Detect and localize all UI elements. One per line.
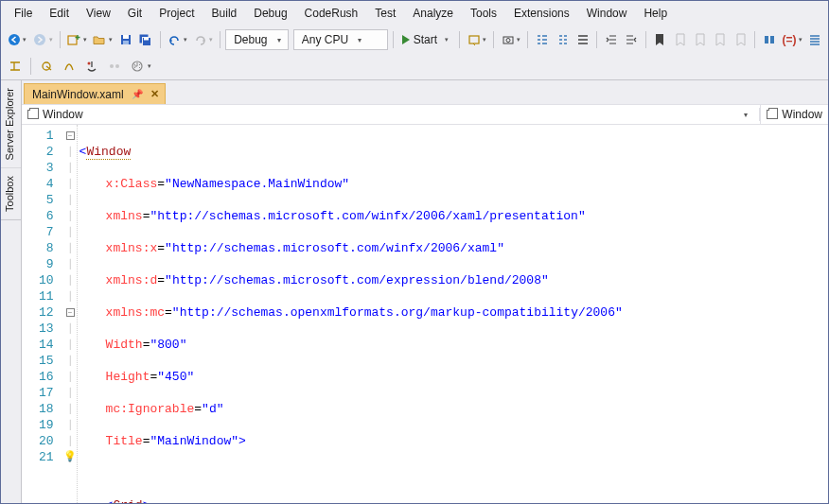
menu-test[interactable]: Test [367, 4, 403, 23]
breadcrumb-right[interactable]: Window [760, 105, 828, 124]
screenshot-caret-icon[interactable]: ▾ [517, 36, 520, 43]
menu-build[interactable]: Build [204, 4, 245, 23]
open-caret-icon[interactable]: ▾ [109, 36, 113, 43]
bookmark-clear2-icon[interactable] [732, 29, 750, 50]
undo-icon[interactable] [166, 29, 184, 50]
cr-icon-3[interactable] [59, 56, 79, 77]
line-number-gutter: 123456789101112131415161718192021 [22, 125, 64, 503]
secondary-toolbar: ▾ [1, 53, 828, 79]
breadcrumb-bar: Window ▾ Window [22, 104, 828, 125]
code-editor[interactable]: 123456789101112131415161718192021 − │││ … [22, 125, 828, 503]
nav-fwd-icon[interactable] [30, 29, 48, 50]
nav-back-caret-icon[interactable]: ▾ [23, 36, 26, 43]
bookmark-clear-icon[interactable] [712, 29, 730, 50]
menu-analyze[interactable]: Analyze [405, 4, 461, 23]
misc1-icon[interactable] [760, 29, 778, 50]
misc3-icon[interactable] [806, 29, 824, 50]
separator [30, 58, 31, 75]
svg-point-15 [88, 62, 91, 65]
main-area: Server Explorer Toolbox MainWindow.xaml … [1, 79, 828, 503]
server-explorer-tab[interactable]: Server Explorer [1, 80, 21, 168]
cr-icon-4[interactable] [81, 56, 102, 77]
redo-caret-icon[interactable]: ▾ [209, 36, 213, 43]
save-icon[interactable] [116, 29, 134, 50]
undo-caret-icon[interactable]: ▾ [184, 36, 187, 43]
cr-icon-6[interactable] [127, 56, 148, 77]
svg-rect-8 [144, 38, 149, 41]
breadcrumb-left-label: Window [43, 108, 83, 121]
breadcrumb-left[interactable]: Window ▾ [22, 108, 760, 121]
svg-rect-13 [770, 36, 774, 43]
menu-edit[interactable]: Edit [42, 4, 77, 23]
outdent-icon[interactable] [602, 29, 620, 50]
separator [393, 31, 394, 48]
format-icon[interactable] [573, 29, 591, 50]
code-content: <Window x:Class="NewNamespace.MainWindow… [78, 125, 623, 503]
menu-coderush[interactable]: CodeRush [297, 4, 366, 23]
svg-rect-5 [123, 41, 129, 44]
cr-icon-5[interactable] [104, 56, 125, 77]
cr-icon-1[interactable] [5, 56, 26, 77]
main-toolbar: ▾ ▾ ▾ ▾ ▾ ▾ Debug ▾ Any CPU ▾ Start ▾ ▾ … [1, 26, 828, 53]
menu-debug[interactable]: Debug [246, 4, 294, 23]
svg-point-1 [34, 34, 45, 45]
indent-list-icon[interactable] [554, 29, 572, 50]
bookmark-prev-icon[interactable] [671, 29, 689, 50]
svg-point-11 [506, 39, 510, 43]
save-all-icon[interactable] [136, 29, 154, 50]
new-item-caret-icon[interactable]: ▾ [83, 36, 87, 43]
menu-extensions[interactable]: Extensions [506, 4, 577, 23]
nav-fwd-caret-icon[interactable]: ▾ [49, 36, 53, 43]
svg-rect-9 [469, 36, 479, 43]
attach-icon[interactable] [465, 29, 483, 50]
fold-column: − │││ │││ │││ │ − │││ │││ ││ 💡 [64, 125, 78, 503]
start-label: Start [414, 33, 437, 46]
toolbox-tab[interactable]: Toolbox [1, 168, 21, 220]
chevron-down-icon[interactable]: ▾ [799, 36, 803, 43]
bookmark-next-icon[interactable] [691, 29, 709, 50]
platform-value: Any CPU [302, 33, 348, 46]
svg-rect-12 [765, 36, 768, 43]
bookmark-icon[interactable] [651, 29, 669, 50]
menu-file[interactable]: File [7, 4, 40, 23]
pin-icon[interactable]: 📌 [132, 89, 143, 99]
indent-icon[interactable] [622, 29, 640, 50]
menu-git[interactable]: Git [120, 4, 150, 23]
menu-help[interactable]: Help [636, 4, 675, 23]
window-icon [767, 110, 778, 119]
svg-point-16 [110, 64, 114, 68]
svg-point-17 [115, 64, 119, 68]
cr-icon-2[interactable] [36, 56, 57, 77]
chevron-down-icon[interactable]: ▾ [148, 62, 151, 70]
config-combo[interactable]: Debug ▾ [225, 29, 289, 50]
menu-window[interactable]: Window [579, 4, 635, 23]
fold-toggle-icon[interactable]: − [66, 308, 75, 317]
close-tab-icon[interactable]: ✕ [150, 88, 159, 100]
chevron-down-icon: ▾ [744, 111, 753, 119]
separator [60, 31, 61, 48]
screenshot-icon[interactable] [499, 29, 517, 50]
separator [160, 31, 161, 48]
menu-project[interactable]: Project [151, 4, 202, 23]
attach-caret-icon[interactable]: ▾ [483, 36, 486, 43]
separator [459, 31, 460, 48]
fold-toggle-icon[interactable]: − [66, 131, 75, 140]
play-icon [402, 35, 410, 44]
start-button[interactable]: Start ▾ [398, 29, 454, 50]
open-icon[interactable] [91, 29, 109, 50]
chevron-down-icon: ▾ [277, 36, 281, 44]
misc2-icon[interactable]: (=) [780, 29, 798, 50]
new-item-icon[interactable] [65, 29, 83, 50]
outdent-list-icon[interactable] [533, 29, 551, 50]
document-tab[interactable]: MainWindow.xaml 📌 ✕ [24, 83, 166, 104]
menu-tools[interactable]: Tools [463, 4, 504, 23]
redo-icon[interactable] [191, 29, 209, 50]
document-tab-row: MainWindow.xaml 📌 ✕ [22, 80, 828, 104]
nav-back-icon[interactable] [5, 29, 23, 50]
separator [220, 31, 220, 48]
menu-view[interactable]: View [79, 4, 118, 23]
separator [527, 31, 528, 48]
lightbulb-icon[interactable]: 💡 [63, 449, 77, 465]
chevron-down-icon: ▾ [445, 36, 449, 43]
platform-combo[interactable]: Any CPU ▾ [293, 29, 388, 50]
